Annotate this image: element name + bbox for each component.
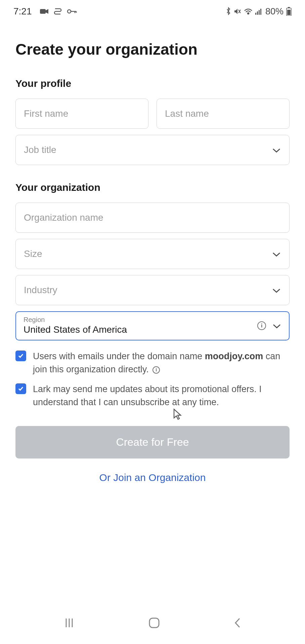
size-placeholder: Size [24,249,42,259]
status-left: 7:21 [13,6,77,17]
battery-icon [286,7,292,16]
join-link[interactable]: Or Join an Organization [15,472,290,483]
org-name-input[interactable] [15,203,290,233]
domain-checkbox[interactable] [15,351,26,361]
info-icon[interactable]: i [152,366,160,374]
first-name-input[interactable] [15,99,148,129]
info-icon[interactable]: i [257,321,266,330]
svg-rect-10 [259,10,260,15]
bluetooth-icon [226,7,231,16]
battery-percent: 80% [265,6,284,17]
last-name-input[interactable] [157,99,290,129]
region-value: United States of America [24,324,127,335]
svg-rect-14 [287,10,291,15]
svg-rect-0 [40,9,46,14]
status-time: 7:21 [13,6,32,17]
signal-icon [255,8,263,15]
mute-icon [234,8,241,15]
chevron-down-icon [272,320,281,331]
svg-point-1 [68,10,71,13]
svg-rect-9 [257,11,258,15]
status-bar: 7:21 80% [0,0,305,20]
create-button[interactable]: Create for Free [15,426,290,459]
industry-select[interactable]: Industry [15,275,290,305]
chevron-down-icon [272,249,281,259]
main-content: Create your organization Your profile Jo… [0,20,305,483]
chevron-down-icon [272,145,281,155]
job-title-select[interactable]: Job title [15,135,290,165]
profile-section-title: Your profile [15,78,290,89]
svg-rect-8 [255,13,256,15]
chevron-down-icon [272,285,281,296]
domain-checkbox-row: Users with emails under the domain name … [15,350,290,376]
svg-rect-11 [260,9,261,15]
org-section-title: Your organization [15,182,290,193]
industry-placeholder: Industry [24,285,57,296]
cast-icon [53,8,62,15]
region-select[interactable]: Region United States of America i [15,311,290,340]
key-icon [67,9,77,14]
size-select[interactable]: Size [15,239,290,269]
status-right: 80% [226,6,292,17]
svg-rect-18 [149,618,159,628]
domain-checkbox-text: Users with emails under the domain name … [33,350,290,376]
svg-point-7 [248,13,249,14]
promo-checkbox-row: Lark may send me updates about its promo… [15,383,290,409]
recent-apps-button[interactable] [63,617,75,630]
home-button[interactable] [148,616,161,631]
page-title: Create your organization [15,40,290,58]
region-label: Region [24,316,127,324]
job-title-placeholder: Job title [24,145,56,155]
promo-checkbox-text: Lark may send me updates about its promo… [33,383,290,409]
camera-icon [40,8,49,14]
nav-bar [0,606,305,644]
back-button[interactable] [233,617,242,630]
wifi-icon [244,8,253,15]
promo-checkbox[interactable] [15,383,26,394]
name-row [15,99,290,129]
